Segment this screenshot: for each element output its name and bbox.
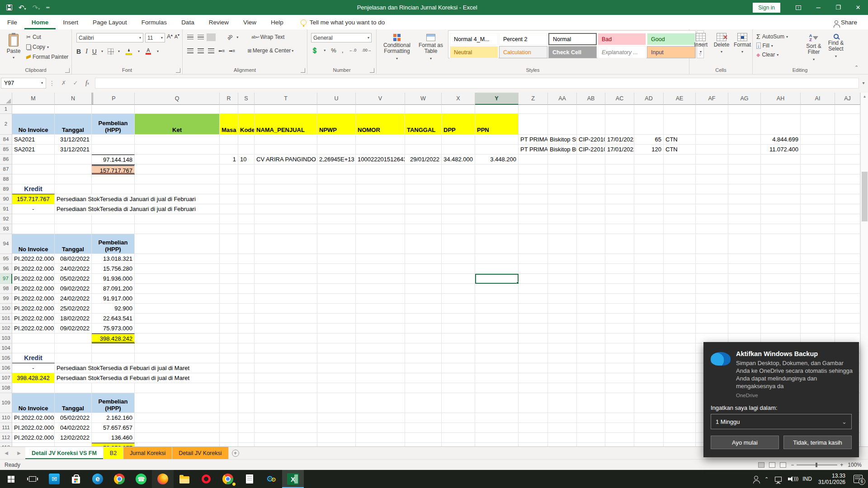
cell-R87[interactable] (220, 164, 238, 174)
cell-T110[interactable] (255, 413, 317, 423)
cell-AD86[interactable] (634, 155, 664, 164)
cell-P89[interactable] (92, 184, 135, 194)
cell-T113[interactable] (255, 443, 317, 446)
taskbar-file-explorer-icon[interactable] (174, 470, 195, 488)
row-header-85[interactable]: 85 (0, 145, 12, 155)
cell-AD94[interactable] (634, 234, 664, 254)
style-explanatory-[interactable]: Explanatory ... (598, 46, 646, 58)
cell-Q1[interactable] (135, 105, 220, 114)
cell-AJ91[interactable] (835, 204, 860, 214)
column-header-V[interactable]: V (356, 93, 405, 105)
cell-Z84[interactable]: PT PRIMA (519, 135, 548, 145)
cell-AH85[interactable]: 11.072.400 (761, 145, 801, 155)
cell-AH89[interactable] (761, 184, 801, 194)
cell-P105[interactable] (92, 353, 135, 363)
cell-AF95[interactable] (696, 254, 728, 264)
cell-P98[interactable]: 87.091.200 (92, 284, 135, 294)
paste-button[interactable]: Paste ▾ (3, 30, 24, 60)
row-header-106[interactable]: 106 (0, 363, 12, 373)
cell-AC88[interactable] (605, 174, 634, 184)
cell-P84[interactable] (92, 135, 135, 145)
cell-AH90[interactable] (761, 194, 801, 204)
cell-Z93[interactable] (519, 224, 548, 234)
cell-W97[interactable] (405, 274, 442, 284)
cell-T103[interactable] (255, 333, 317, 343)
cancel-formula-button[interactable]: ✗ (58, 78, 70, 89)
column-header-AC[interactable]: AC (605, 93, 634, 105)
cell-R95[interactable] (220, 254, 238, 264)
cell-R101[interactable] (220, 314, 238, 324)
cell-X108[interactable] (442, 383, 475, 393)
cell-N107[interactable]: Persediaan StokTersedia di Febuari di ju… (55, 373, 220, 383)
cell-AD104[interactable] (634, 343, 664, 353)
cell-AH86[interactable] (761, 155, 801, 164)
row-header-91[interactable]: 91 (0, 204, 12, 214)
cell-Q113[interactable] (135, 443, 220, 446)
cell-X99[interactable] (442, 294, 475, 304)
cell-Z92[interactable] (519, 214, 548, 224)
cell-AD103[interactable] (634, 333, 664, 343)
cell-P113[interactable]: 59.956.277 (92, 443, 135, 446)
cell-AC84[interactable]: 17/01/2022 (605, 135, 634, 145)
style-normal[interactable]: Normal (548, 33, 597, 45)
cell-Z106[interactable] (519, 363, 548, 373)
cell-V106[interactable] (356, 363, 405, 373)
insert-cells-button[interactable]: Insert▾ (690, 29, 711, 55)
cell-P1[interactable] (92, 105, 135, 114)
cell-AE94[interactable] (664, 234, 696, 254)
cell-Z105[interactable] (519, 353, 548, 363)
cell-Z101[interactable] (519, 314, 548, 324)
cell-AF85[interactable] (696, 145, 728, 155)
row-header-93[interactable]: 93 (0, 224, 12, 234)
cell-W86[interactable]: 29/01/2022 (405, 155, 442, 164)
cell-U84[interactable] (317, 135, 356, 145)
cell-V108[interactable] (356, 383, 405, 393)
column-header-T[interactable]: T (255, 93, 317, 105)
cell-M85[interactable]: SA2021 (12, 145, 55, 155)
row-header-110[interactable]: 110 (0, 413, 12, 423)
format-as-table-button[interactable]: Format as Table▾ (416, 30, 445, 61)
cell-V100[interactable] (356, 304, 405, 314)
cell-Q98[interactable] (135, 284, 220, 294)
cell-Z95[interactable] (519, 254, 548, 264)
remind-interval-select[interactable]: 1 Minggu ⌄ (711, 414, 852, 429)
cell-AJ100[interactable] (835, 304, 860, 314)
cell-AD113[interactable] (634, 443, 664, 446)
cell-AH97[interactable] (761, 274, 801, 284)
row-header-95[interactable]: 95 (0, 254, 12, 264)
cell-AE103[interactable] (664, 333, 696, 343)
cell-S97[interactable] (238, 274, 255, 284)
cell-AC102[interactable] (605, 324, 634, 333)
cell-X92[interactable] (442, 214, 475, 224)
wrap-text-button[interactable]: ab↩Wrap Text (250, 33, 286, 41)
sheet-tab-detail-jv-koreksi-vs-fm[interactable]: Detail JV Koreksi VS FM (25, 447, 104, 459)
row-header-112[interactable]: 112 (0, 433, 12, 443)
cell-V104[interactable] (356, 343, 405, 353)
cell-U101[interactable] (317, 314, 356, 324)
cell-AJ101[interactable] (835, 314, 860, 324)
cell-T111[interactable] (255, 423, 317, 433)
cell-AG2[interactable] (728, 114, 761, 135)
cell-Q112[interactable] (135, 433, 220, 443)
align-right-button[interactable] (208, 48, 214, 53)
cell-W96[interactable] (405, 264, 442, 274)
cell-V86[interactable]: 100022201512643 (356, 155, 405, 164)
tab-help[interactable]: Help (264, 15, 291, 29)
cell-AG102[interactable] (728, 324, 761, 333)
cell-AB94[interactable] (577, 234, 605, 254)
align-left-button[interactable] (187, 48, 193, 53)
cell-W85[interactable] (405, 145, 442, 155)
cell-M90[interactable]: 157.717.767 (12, 194, 55, 204)
notification-center-icon[interactable]: 6 (854, 475, 863, 483)
cell-Z109[interactable] (519, 393, 548, 413)
cell-W95[interactable] (405, 254, 442, 264)
cell-AD111[interactable] (634, 423, 664, 433)
row-header-92[interactable]: 92 (0, 214, 12, 224)
cell-AB95[interactable] (577, 254, 605, 264)
start-backup-button[interactable]: Ayo mulai (711, 436, 779, 449)
cell-AE95[interactable] (664, 254, 696, 264)
cell-AH2[interactable] (761, 114, 801, 135)
cell-M99[interactable]: PI.2022.02.00044 (12, 294, 55, 304)
tell-me-box[interactable]: Tell me what you want to do (301, 19, 385, 26)
cell-AA100[interactable] (548, 304, 577, 314)
